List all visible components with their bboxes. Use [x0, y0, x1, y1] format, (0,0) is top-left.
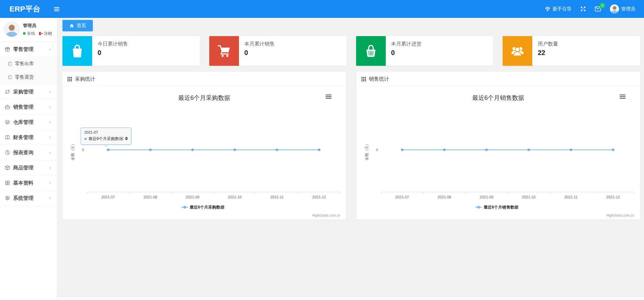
chevron-left-icon: [48, 181, 52, 185]
chevron-left-icon: [48, 120, 52, 125]
x-axis-label: 2021-07: [395, 195, 409, 199]
stat-card-label: 今日累计销售: [98, 41, 128, 47]
x-axis-label: 2021-11: [270, 195, 284, 199]
sidebar-menu-item[interactable]: 销售管理: [0, 100, 57, 115]
sidebar-menu-item[interactable]: 采购管理: [0, 84, 57, 100]
tooltip-value: 0: [125, 136, 128, 141]
x-axis-label: 2021-12: [312, 195, 326, 199]
stat-card: 本月累计进货0: [356, 36, 493, 66]
tooltip-category: 2021-07: [84, 130, 128, 134]
online-status-dot: [23, 32, 26, 35]
gift-icon: [5, 47, 10, 52]
sidebar-item-label: 仓库管理: [13, 119, 33, 126]
panel-title: 销售统计: [369, 76, 389, 82]
sidebar-item-label: 基本资料: [13, 180, 33, 186]
data-point[interactable]: [107, 148, 110, 151]
x-axis-label: 2021-12: [606, 195, 620, 199]
stat-card-value: 0: [391, 49, 422, 57]
sidebar-menu-item[interactable]: 系统管理: [0, 191, 57, 206]
pie-chart-icon: [5, 150, 10, 155]
notebook-icon: [7, 61, 12, 66]
chevron-left-icon: [48, 105, 52, 109]
chevron-left-icon: [48, 166, 52, 170]
sidebar-menu: 零售管理零售出库零售退货采购管理销售管理仓库管理财务管理报表查询商品管理基本资料…: [0, 42, 57, 206]
stat-card-label: 用户数量: [538, 41, 558, 47]
data-point[interactable]: [570, 148, 572, 151]
sidebar-item-label: 报表查询: [13, 149, 33, 156]
stat-card-label: 本月累计进货: [391, 41, 422, 47]
sidebar-submenu-item[interactable]: 零售出库: [0, 57, 57, 71]
chevron-left-icon: [48, 135, 52, 140]
data-point[interactable]: [443, 148, 446, 151]
tab-home[interactable]: 首页: [62, 20, 93, 31]
chart-watermark[interactable]: Highcharts.com.cn: [312, 214, 340, 217]
data-point[interactable]: [528, 148, 530, 151]
stat-card: 本月累计销售0: [209, 36, 347, 66]
repeat-icon: [5, 89, 10, 94]
panel-title: 采购统计: [75, 76, 95, 82]
sidebar-item-label: 零售管理: [13, 46, 33, 53]
stat-card: 今日累计销售0: [62, 36, 200, 66]
user-avatar: [610, 4, 619, 13]
fullscreen-icon: [580, 6, 586, 12]
data-point[interactable]: [276, 148, 278, 151]
data-point[interactable]: [401, 148, 404, 151]
chart-title: 最近6个月销售数据: [472, 94, 524, 101]
home-icon: [69, 23, 74, 28]
sidebar-menu-item[interactable]: 基本资料: [0, 175, 57, 191]
notebook-icon: [7, 75, 12, 80]
sidebar-user-name: 管理员: [23, 23, 52, 29]
chart-legend[interactable]: 最近6个月销售数据: [475, 205, 518, 210]
stat-cards-row: 今日累计销售0本月累计销售0本月累计进货0用户数量22: [62, 36, 640, 66]
data-point[interactable]: [318, 148, 321, 151]
sidebar-menu-item[interactable]: 报表查询: [0, 145, 57, 160]
data-point[interactable]: [612, 148, 615, 151]
grid-9-icon: [67, 77, 72, 82]
shopping-basket-icon: [363, 43, 379, 59]
sales-chart: 最近6个月销售数据金额（元）02021-072021-082021-092021…: [356, 86, 640, 220]
chart-export-button[interactable]: [324, 93, 333, 101]
chart-export-button[interactable]: [618, 93, 627, 101]
logout-icon: [38, 31, 43, 36]
fullscreen-button[interactable]: [580, 6, 586, 12]
online-status-label: 在线: [27, 31, 35, 36]
sidebar-toggle-button[interactable]: [53, 6, 60, 12]
y-axis-title: 金额（元）: [365, 142, 369, 161]
shopping-bag-icon: [69, 43, 85, 59]
y-axis-tick: 0: [82, 148, 84, 152]
sidebar-item-label: 商品管理: [13, 165, 33, 171]
y-axis-title: 金额（元）: [71, 142, 75, 161]
layers-icon: [5, 119, 10, 125]
grid-9-icon: [361, 77, 366, 82]
main-content: 首页 今日累计销售0本月累计销售0本月累计进货0用户数量22 采购统计 最近6个…: [57, 18, 644, 300]
stat-card: 用户数量22: [503, 36, 640, 66]
x-axis-label: 2021-08: [437, 195, 451, 199]
purchase-chart: 最近6个月采购数据金额（元）02021-072021-082021-092021…: [62, 86, 346, 220]
sidebar-submenu-item[interactable]: 零售退货: [0, 71, 57, 84]
data-point[interactable]: [191, 148, 194, 151]
tab-bar: 首页: [62, 20, 640, 33]
data-point[interactable]: [149, 148, 152, 151]
sidebar-menu-item[interactable]: 仓库管理: [0, 115, 57, 130]
data-point[interactable]: [485, 148, 488, 151]
shopping-cart-icon: [216, 43, 232, 59]
stat-card-label: 本月累计销售: [244, 41, 275, 47]
sidebar-menu-item[interactable]: 零售管理: [0, 42, 57, 57]
logout-label: 注销: [44, 31, 52, 36]
stat-card-value: 22: [538, 49, 558, 57]
sidebar-menu-item[interactable]: 商品管理: [0, 160, 57, 175]
book-icon: [5, 135, 10, 140]
sales-stats-panel: 销售统计 最近6个月销售数据金额（元）02021-072021-082021-0…: [356, 72, 640, 220]
messages-button[interactable]: 0: [595, 6, 601, 12]
chevron-down-icon: [48, 47, 52, 52]
x-axis-label: 2021-09: [186, 195, 199, 199]
logout-button[interactable]: 注销: [38, 31, 52, 36]
chart-legend[interactable]: 最近6个月采购数据: [181, 205, 224, 210]
guide-label: 新手引导: [553, 6, 571, 12]
x-axis-label: 2021-10: [522, 195, 535, 199]
sidebar-menu-item[interactable]: 财务管理: [0, 130, 57, 145]
guide-button[interactable]: 新手引导: [545, 6, 571, 12]
data-point[interactable]: [234, 148, 236, 151]
user-menu[interactable]: 管理员: [610, 4, 635, 13]
chart-watermark[interactable]: Highcharts.com.cn: [606, 214, 634, 217]
